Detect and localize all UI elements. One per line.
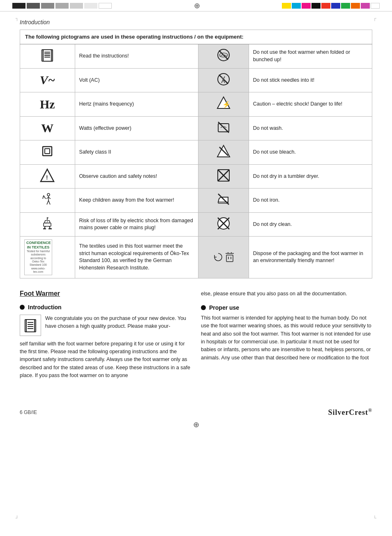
color-yellow — [282, 3, 291, 9]
icon-hz: Hz — [20, 92, 75, 117]
strip-blocks-left — [12, 3, 112, 9]
table-row: V~ Volt (AC) Do not stick needles into i… — [20, 68, 372, 92]
page-heading: Introduction — [20, 19, 372, 25]
table-row: Hz Hertz (mains frequency) ⚡ Caution – e… — [20, 92, 372, 117]
color-red — [321, 3, 330, 9]
color-black2 — [311, 3, 321, 9]
icon-electric-cable — [20, 212, 75, 237]
oeko-box: CONFIDENCEIN TEXTILES Tested for harmful… — [24, 239, 52, 275]
icon-keep-children — [20, 189, 75, 213]
desc-volt: Volt (AC) — [75, 68, 198, 92]
corner-mark-tr: ┌ — [373, 16, 376, 21]
icon-no-fold — [198, 44, 249, 69]
bottom-registration-mark: ⊕ — [0, 420, 392, 432]
intro-body-start: We congratulate you on the purchase of y… — [45, 315, 191, 331]
corner-mark-bl: ┘ — [16, 515, 19, 520]
svg-rect-55 — [26, 320, 35, 332]
page-content: Introduction The following pictograms ar… — [0, 12, 392, 399]
table-row: CONFIDENCEIN TEXTILES Tested for harmful… — [20, 237, 372, 278]
strip-block-black — [12, 3, 25, 9]
introduction-heading: Introduction — [20, 304, 191, 311]
strip-colors-right — [282, 3, 380, 9]
icon-eco-dispose — [198, 237, 249, 278]
color-orange — [351, 3, 360, 9]
svg-line-32 — [47, 200, 48, 205]
table-row: Safety class II Do not use bleach. — [20, 140, 372, 165]
table-row: ! Observe caution and safety notes! Do n… — [20, 164, 372, 189]
svg-line-34 — [44, 196, 46, 199]
center-registration-mark: ⊕ — [194, 1, 200, 10]
color-blue — [331, 3, 340, 9]
svg-rect-40 — [44, 223, 51, 226]
footer-page-number: 6 GB/IE — [20, 409, 37, 415]
table-row: W Watts (effective power) Do not wash. — [20, 116, 372, 140]
pictogram-table: The following pictograms are used in the… — [20, 30, 372, 278]
desc-eco-dispose: Dispose of the packaging and the foot wa… — [249, 237, 372, 278]
icon-no-needle — [198, 68, 249, 92]
desc-keep-children: Keep children away from the foot warmer! — [75, 189, 198, 213]
col-right: else, please ensure that you also pass o… — [201, 290, 372, 380]
table-row: Keep children away from the foot warmer!… — [20, 189, 372, 213]
strip-block-white — [99, 3, 112, 9]
bullet-circle — [20, 305, 25, 310]
icon-safety-class — [20, 140, 75, 165]
intro-book-icon — [20, 315, 41, 336]
icon-no-dry-clean — [198, 212, 249, 237]
intro-body-cont: self familiar with the foot warmer befor… — [20, 340, 191, 380]
strip-block-dark — [27, 3, 40, 9]
svg-point-28 — [47, 193, 50, 196]
icon-no-bleach — [198, 140, 249, 165]
icon-electric-shock: ⚡ — [198, 92, 249, 117]
svg-line-35 — [43, 196, 44, 199]
desc-oeko-tex: The textiles used in this foot warmer me… — [75, 237, 198, 278]
strip-block-mid — [41, 3, 54, 9]
icon-book — [20, 44, 75, 69]
top-color-strip: ⊕ — [0, 0, 392, 12]
icon-no-wash — [198, 116, 249, 140]
page-footer: 6 GB/IE SilverCrest® — [0, 403, 392, 420]
strip-block-lighter — [70, 3, 83, 9]
desc-hz: Hertz (mains frequency) — [75, 92, 198, 117]
corner-mark-tl: ┐ — [16, 16, 19, 21]
foot-warmer-section: Foot Warmer Introduction — [20, 290, 372, 380]
desc-electric-cable: Risk of loss of life by electric shock f… — [75, 212, 198, 237]
icon-no-iron — [198, 189, 249, 213]
desc-watts: Watts (effective power) — [75, 116, 198, 140]
corner-mark-br: └ — [373, 515, 376, 520]
proper-use-body: This foot warmer is intended for applyin… — [201, 314, 372, 362]
desc-no-bleach: Do not use bleach. — [249, 140, 372, 165]
table-row: Risk of loss of life by electric shock f… — [20, 212, 372, 237]
foot-warmer-title: Foot Warmer — [20, 290, 191, 297]
desc-caution: Observe caution and safety notes! — [75, 164, 198, 189]
desc-no-tumble: Do not dry in a tumbler dryer. — [249, 164, 372, 189]
svg-rect-48 — [226, 255, 233, 262]
col-left: Foot Warmer Introduction — [20, 290, 191, 380]
color-cyan — [292, 3, 301, 9]
desc-no-fold: Do not use the foot warmer when folded o… — [249, 44, 372, 69]
intro-content: We congratulate you on the purchase of y… — [20, 315, 191, 336]
table-header-row: The following pictograms are used in the… — [20, 30, 372, 44]
strip-block-lightest — [84, 3, 97, 9]
desc-electric-shock: Caution – electric shock! Danger to life… — [249, 92, 372, 117]
desc-read-instructions: Read the instructions! — [75, 44, 198, 69]
desc-safety-class: Safety class II — [75, 140, 198, 165]
desc-no-wash: Do not wash. — [249, 116, 372, 140]
icon-volt: V~ — [20, 68, 75, 92]
desc-no-iron: Do not iron. — [249, 189, 372, 213]
table-header-cell: The following pictograms are used in the… — [20, 30, 372, 44]
icon-caution: ! — [20, 164, 75, 189]
icon-no-tumble — [198, 164, 249, 189]
color-pink — [361, 3, 370, 9]
footer-brand: SilverCrest® — [328, 407, 372, 417]
desc-no-needle: Do not stick needles into it! — [249, 68, 372, 92]
color-green — [341, 3, 350, 9]
desc-no-dry-clean: Do not dry clean. — [249, 212, 372, 237]
bullet-circle-2 — [201, 305, 206, 310]
svg-rect-20 — [45, 149, 50, 154]
color-white — [371, 3, 380, 9]
svg-line-33 — [48, 200, 50, 205]
proper-use-heading: Proper use — [201, 304, 372, 311]
svg-rect-19 — [43, 147, 52, 156]
svg-text:⚡: ⚡ — [222, 101, 231, 108]
eco-icons — [203, 252, 244, 262]
